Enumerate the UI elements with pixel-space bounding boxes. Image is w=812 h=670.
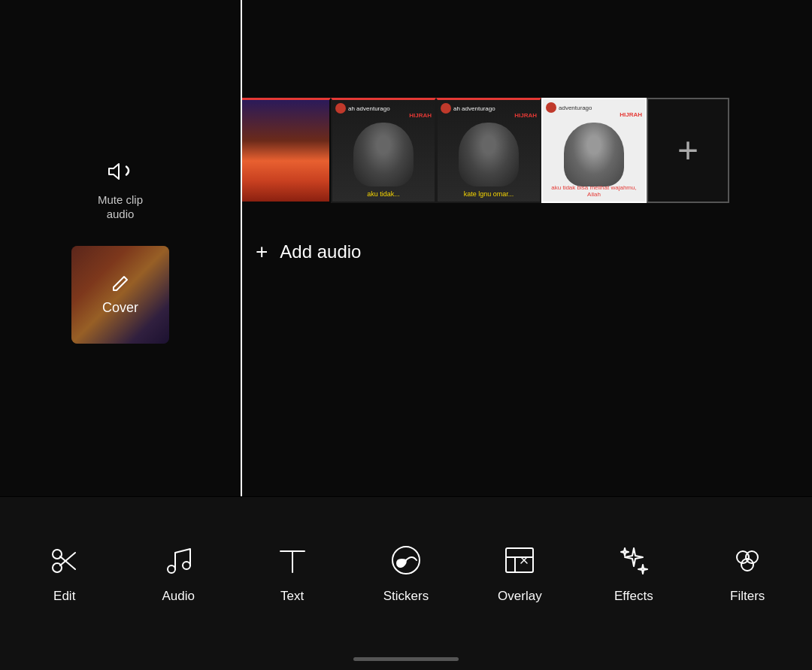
toolbar-items: Edit Audio Text [0,497,812,647]
cover-label: Cover [102,300,138,316]
playhead [241,0,242,496]
left-tools-panel: Mute clip audio Cover [0,153,241,344]
add-clip-plus-icon: + [677,132,698,168]
overlay-icon [500,541,539,580]
speaker-icon [104,153,137,186]
overlay-label: Overlay [498,589,542,604]
svg-point-4 [168,565,175,573]
clip-person-2[interactable]: ah adventurago HIJRAH kate lgnu omar... [436,98,541,203]
home-indicator-bar [353,657,459,661]
home-indicator [0,647,812,670]
effects-icon [614,541,653,580]
clip-person-3[interactable]: adventurago HIJRAH aku tidak bisa meliha… [541,98,647,203]
toolbar-filters[interactable]: Filters [691,529,804,616]
stickers-label: Stickers [383,589,429,604]
timeline-area: ah adventurago HIJRAH aku tidak... ah ad… [241,0,812,496]
cover-button[interactable]: Cover [71,246,169,344]
add-audio-plus-icon: + [256,240,268,264]
effects-label: Effects [614,589,653,604]
toolbar-effects[interactable]: Effects [577,529,690,616]
music-note-icon [159,541,198,580]
clip-person-1[interactable]: ah adventurago HIJRAH aku tidak... [331,98,436,203]
toolbar-overlay[interactable]: Overlay [463,529,577,616]
mute-clip-audio-button[interactable]: Mute clip audio [98,153,143,222]
toolbar-stickers[interactable]: Stickers [349,529,462,616]
filters-icon [728,541,767,580]
add-clip-button[interactable]: + [647,98,729,203]
text-t-icon [273,541,312,580]
bottom-toolbar: Edit Audio Text [0,497,812,670]
add-audio-label: Add audio [280,241,361,262]
mute-label: Mute clip audio [98,193,143,222]
clips-row: ah adventurago HIJRAH aku tidak... ah ad… [241,98,729,203]
toolbar-audio[interactable]: Audio [121,529,235,616]
add-audio-button[interactable]: + Add audio [241,226,812,278]
filters-label: Filters [730,589,765,604]
toolbar-text[interactable]: Text [235,529,349,616]
clip-sunset[interactable] [241,98,331,203]
toolbar-edit[interactable]: Edit [8,529,121,616]
scissors-icon [45,541,84,580]
svg-rect-9 [506,548,533,572]
edit-label: Edit [53,589,75,604]
svg-point-5 [183,562,190,569]
workspace: Mute clip audio Cover [0,0,812,496]
text-label: Text [280,589,304,604]
sticker-icon [386,541,426,580]
audio-label: Audio [162,589,194,604]
